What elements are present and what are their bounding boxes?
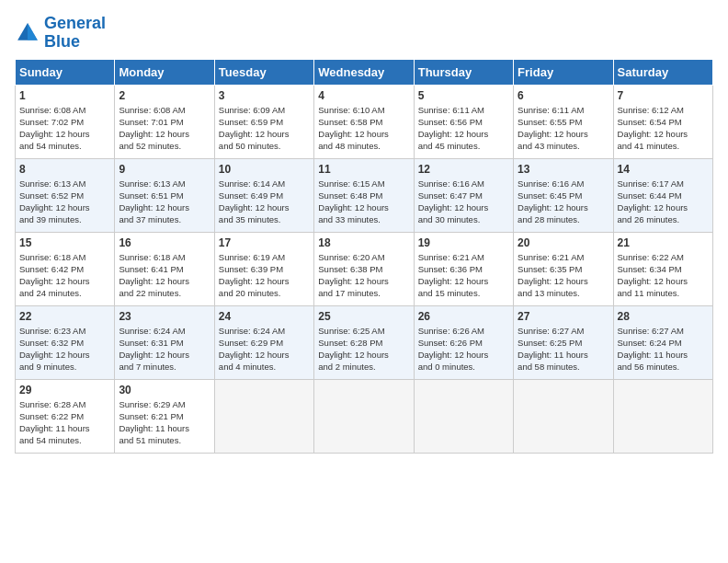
col-header-thursday: Thursday [414, 59, 513, 85]
calendar-cell: 10Sunrise: 6:14 AM Sunset: 6:49 PM Dayli… [214, 158, 313, 232]
cell-content: Sunrise: 6:24 AM Sunset: 6:29 PM Dayligh… [219, 325, 310, 373]
calendar-cell: 4Sunrise: 6:10 AM Sunset: 6:58 PM Daylig… [314, 85, 414, 158]
week-row-1: 1Sunrise: 6:08 AM Sunset: 7:02 PM Daylig… [16, 85, 713, 158]
cell-content: Sunrise: 6:21 AM Sunset: 6:36 PM Dayligh… [418, 251, 509, 300]
cell-content: Sunrise: 6:11 AM Sunset: 6:55 PM Dayligh… [518, 104, 609, 153]
day-number: 18 [318, 236, 409, 249]
calendar-cell: 7Sunrise: 6:12 AM Sunset: 6:54 PM Daylig… [613, 85, 712, 158]
week-row-3: 15Sunrise: 6:18 AM Sunset: 6:42 PM Dayli… [16, 232, 713, 305]
week-row-4: 22Sunrise: 6:23 AM Sunset: 6:32 PM Dayli… [16, 305, 713, 379]
day-number: 9 [119, 163, 210, 176]
cell-content: Sunrise: 6:18 AM Sunset: 6:41 PM Dayligh… [119, 251, 210, 300]
day-number: 20 [518, 236, 609, 249]
calendar-cell: 16Sunrise: 6:18 AM Sunset: 6:41 PM Dayli… [115, 232, 214, 305]
calendar-cell [613, 379, 712, 453]
calendar-cell: 3Sunrise: 6:09 AM Sunset: 6:59 PM Daylig… [214, 85, 313, 158]
day-number: 2 [119, 89, 210, 102]
logo-icon [15, 20, 40, 46]
calendar-cell: 18Sunrise: 6:20 AM Sunset: 6:38 PM Dayli… [314, 232, 414, 305]
day-number: 29 [19, 384, 110, 396]
cell-content: Sunrise: 6:14 AM Sunset: 6:49 PM Dayligh… [219, 178, 310, 226]
cell-content: Sunrise: 6:19 AM Sunset: 6:39 PM Dayligh… [219, 251, 310, 300]
cell-content: Sunrise: 6:16 AM Sunset: 6:47 PM Dayligh… [418, 178, 509, 226]
cell-content: Sunrise: 6:15 AM Sunset: 6:48 PM Dayligh… [318, 178, 409, 226]
day-number: 23 [119, 310, 210, 323]
week-row-5: 29Sunrise: 6:28 AM Sunset: 6:22 PM Dayli… [16, 379, 713, 453]
calendar-cell: 28Sunrise: 6:27 AM Sunset: 6:24 PM Dayli… [613, 305, 712, 379]
col-header-sunday: Sunday [16, 59, 115, 85]
calendar-cell: 19Sunrise: 6:21 AM Sunset: 6:36 PM Dayli… [414, 232, 513, 305]
day-number: 27 [518, 310, 609, 323]
cell-content: Sunrise: 6:11 AM Sunset: 6:56 PM Dayligh… [418, 104, 509, 153]
day-number: 17 [219, 236, 310, 249]
calendar-cell: 17Sunrise: 6:19 AM Sunset: 6:39 PM Dayli… [214, 232, 313, 305]
cell-content: Sunrise: 6:17 AM Sunset: 6:44 PM Dayligh… [618, 178, 709, 226]
day-number: 30 [119, 384, 210, 396]
cell-content: Sunrise: 6:27 AM Sunset: 6:25 PM Dayligh… [518, 325, 609, 373]
calendar-cell: 5Sunrise: 6:11 AM Sunset: 6:56 PM Daylig… [414, 85, 513, 158]
col-header-friday: Friday [514, 59, 613, 85]
day-number: 5 [418, 89, 509, 102]
calendar-cell [514, 379, 613, 453]
calendar-table: SundayMondayTuesdayWednesdayThursdayFrid… [15, 59, 713, 454]
day-number: 24 [219, 310, 310, 323]
day-number: 3 [219, 89, 310, 102]
cell-content: Sunrise: 6:08 AM Sunset: 7:01 PM Dayligh… [119, 104, 210, 153]
day-number: 19 [418, 236, 509, 249]
day-number: 14 [618, 163, 709, 176]
logo-text: General Blue [44, 15, 106, 52]
cell-content: Sunrise: 6:28 AM Sunset: 6:22 PM Dayligh… [19, 398, 110, 447]
day-number: 16 [119, 236, 210, 249]
calendar-cell: 25Sunrise: 6:25 AM Sunset: 6:28 PM Dayli… [314, 305, 414, 379]
cell-content: Sunrise: 6:16 AM Sunset: 6:45 PM Dayligh… [518, 178, 609, 226]
calendar-cell: 26Sunrise: 6:26 AM Sunset: 6:26 PM Dayli… [414, 305, 513, 379]
calendar-cell: 8Sunrise: 6:13 AM Sunset: 6:52 PM Daylig… [16, 158, 115, 232]
day-number: 22 [19, 310, 110, 323]
calendar-cell: 13Sunrise: 6:16 AM Sunset: 6:45 PM Dayli… [514, 158, 613, 232]
day-number: 28 [618, 310, 709, 323]
cell-content: Sunrise: 6:09 AM Sunset: 6:59 PM Dayligh… [219, 104, 310, 153]
calendar-cell: 27Sunrise: 6:27 AM Sunset: 6:25 PM Dayli… [514, 305, 613, 379]
calendar-cell: 30Sunrise: 6:29 AM Sunset: 6:21 PM Dayli… [115, 379, 214, 453]
calendar-cell: 2Sunrise: 6:08 AM Sunset: 7:01 PM Daylig… [115, 85, 214, 158]
cell-content: Sunrise: 6:22 AM Sunset: 6:34 PM Dayligh… [618, 251, 709, 300]
day-number: 26 [418, 310, 509, 323]
cell-content: Sunrise: 6:24 AM Sunset: 6:31 PM Dayligh… [119, 325, 210, 373]
calendar-cell [414, 379, 513, 453]
header-row: SundayMondayTuesdayWednesdayThursdayFrid… [16, 59, 713, 85]
cell-content: Sunrise: 6:13 AM Sunset: 6:52 PM Dayligh… [19, 178, 110, 226]
cell-content: Sunrise: 6:12 AM Sunset: 6:54 PM Dayligh… [618, 104, 709, 153]
col-header-wednesday: Wednesday [314, 59, 414, 85]
calendar-cell: 1Sunrise: 6:08 AM Sunset: 7:02 PM Daylig… [16, 85, 115, 158]
calendar-cell: 22Sunrise: 6:23 AM Sunset: 6:32 PM Dayli… [16, 305, 115, 379]
cell-content: Sunrise: 6:29 AM Sunset: 6:21 PM Dayligh… [119, 398, 210, 447]
day-number: 6 [518, 89, 609, 102]
cell-content: Sunrise: 6:08 AM Sunset: 7:02 PM Dayligh… [19, 104, 110, 153]
calendar-cell [214, 379, 313, 453]
calendar-cell: 11Sunrise: 6:15 AM Sunset: 6:48 PM Dayli… [314, 158, 414, 232]
col-header-monday: Monday [115, 59, 214, 85]
calendar-cell: 6Sunrise: 6:11 AM Sunset: 6:55 PM Daylig… [514, 85, 613, 158]
col-header-saturday: Saturday [613, 59, 712, 85]
day-number: 10 [219, 163, 310, 176]
cell-content: Sunrise: 6:25 AM Sunset: 6:28 PM Dayligh… [318, 325, 409, 373]
cell-content: Sunrise: 6:10 AM Sunset: 6:58 PM Dayligh… [318, 104, 409, 153]
calendar-cell: 24Sunrise: 6:24 AM Sunset: 6:29 PM Dayli… [214, 305, 313, 379]
cell-content: Sunrise: 6:13 AM Sunset: 6:51 PM Dayligh… [119, 178, 210, 226]
calendar-cell: 15Sunrise: 6:18 AM Sunset: 6:42 PM Dayli… [16, 232, 115, 305]
day-number: 4 [318, 89, 409, 102]
day-number: 7 [618, 89, 709, 102]
day-number: 12 [418, 163, 509, 176]
page-header: General Blue [15, 15, 713, 52]
day-number: 11 [318, 163, 409, 176]
calendar-cell [314, 379, 414, 453]
calendar-cell: 21Sunrise: 6:22 AM Sunset: 6:34 PM Dayli… [613, 232, 712, 305]
day-number: 8 [19, 163, 110, 176]
day-number: 25 [318, 310, 409, 323]
cell-content: Sunrise: 6:27 AM Sunset: 6:24 PM Dayligh… [618, 325, 709, 373]
day-number: 15 [19, 236, 110, 249]
cell-content: Sunrise: 6:20 AM Sunset: 6:38 PM Dayligh… [318, 251, 409, 300]
logo: General Blue [15, 15, 106, 52]
day-number: 13 [518, 163, 609, 176]
svg-marker-1 [28, 23, 38, 40]
